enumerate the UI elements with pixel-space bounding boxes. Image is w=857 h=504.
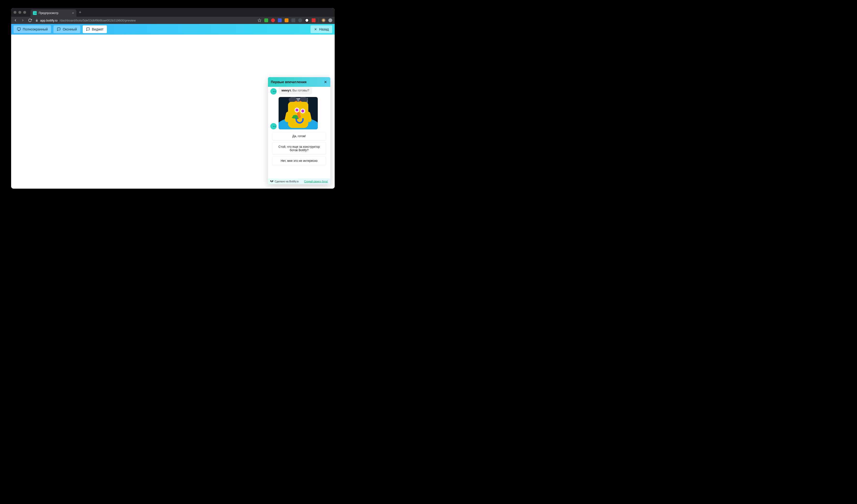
chat-widget: Первые впечатления минут. Вы готовы? (268, 77, 330, 184)
chat-title: Первые впечатления (271, 80, 306, 84)
window-traffic-lights (14, 11, 26, 14)
bot-message-text: минут. Вы готовы? (279, 87, 312, 95)
back-label: Назад (319, 27, 329, 31)
quick-reply-option[interactable]: Стой, что еще за конструктор ботов Botli… (272, 142, 326, 154)
botlify-logo-icon (270, 180, 273, 182)
tab-close-icon[interactable]: × (72, 11, 74, 15)
ext-divider (318, 18, 319, 22)
chat-header: Первые впечатления (268, 77, 330, 87)
app-toolbar: Полноэкранный Оконный Виджет Назад (11, 24, 335, 35)
chat-widget-icon (86, 27, 90, 31)
bot-message-rest: Вы готовы? (292, 88, 309, 92)
ext-icon-8[interactable] (312, 18, 316, 22)
mode-windowed-button[interactable]: Оконный (53, 26, 80, 33)
back-button[interactable]: Назад (310, 26, 332, 33)
chat-window-icon (57, 27, 61, 31)
mode-label: Виджет (92, 27, 103, 31)
footer-made-label: Сделано на Botlify.io (275, 180, 299, 183)
url-path: /dashboard/bots/5de53dbf9b9bae002b319600… (60, 19, 136, 22)
ext-icon-5[interactable] (291, 18, 295, 22)
ext-icon-6[interactable] (298, 18, 302, 22)
svg-marker-0 (258, 19, 261, 22)
svg-rect-1 (17, 28, 20, 30)
tab-title: Предпросмотр (39, 11, 58, 15)
omnibox[interactable]: app.botlify.io/dashboard/bots/5de53dbf9b… (35, 17, 254, 24)
chat-close-icon[interactable] (323, 80, 327, 84)
monitor-icon (17, 27, 21, 31)
footer-create-link[interactable]: Создай своего бота! (304, 180, 328, 183)
lock-icon (35, 19, 38, 22)
browser-extension-icons (257, 18, 332, 22)
mode-fullscreen-button[interactable]: Полноэкранный (14, 26, 51, 33)
close-icon (314, 28, 317, 31)
new-tab-button[interactable]: + (79, 10, 82, 15)
mode-label: Полноэкранный (23, 27, 48, 31)
profile-avatar[interactable] (322, 18, 325, 22)
traffic-min[interactable] (18, 11, 21, 14)
ext-icon-1[interactable] (264, 18, 268, 22)
nav-forward-icon[interactable] (21, 18, 25, 22)
bot-message-image (279, 97, 318, 129)
quick-reply-option[interactable]: Да, готов! (272, 132, 326, 140)
nav-reload-icon[interactable] (28, 18, 32, 22)
mode-widget-button[interactable]: Виджет (83, 26, 107, 33)
url-host: app.botlify.io (40, 19, 57, 22)
chat-quick-replies: Да, готов! Стой, что еще за конструктор … (270, 132, 328, 165)
bot-avatar-icon (270, 123, 276, 129)
preview-canvas: Первые впечатления минут. Вы готовы? (11, 35, 335, 189)
browser-tabstrip: Предпросмотр × + (11, 8, 335, 17)
bot-message-bold: минут. (282, 88, 292, 92)
traffic-max[interactable] (23, 11, 26, 14)
ext-icon-7[interactable] (305, 18, 309, 22)
bot-avatar-icon (270, 88, 276, 95)
quick-reply-option[interactable]: Нет, мне это не интересно (272, 156, 326, 165)
mode-label: Оконный (63, 27, 77, 31)
star-icon[interactable] (257, 18, 262, 22)
chat-footer: Сделано на Botlify.io Создай своего бота… (268, 179, 330, 184)
traffic-close[interactable] (14, 11, 16, 14)
browser-menu-icon[interactable] (329, 18, 332, 22)
ext-icon-2[interactable] (271, 18, 275, 22)
browser-window: Предпросмотр × + app.botlify.io/dashboar… (11, 8, 335, 189)
ext-icon-4[interactable] (285, 18, 288, 22)
chat-body: минут. Вы готовы? (268, 87, 330, 179)
bot-image-row (270, 97, 328, 129)
tab-favicon (33, 11, 37, 15)
browser-address-bar: app.botlify.io/dashboard/bots/5de53dbf9b… (11, 17, 335, 24)
nav-back-icon[interactable] (14, 18, 17, 22)
ext-icon-3[interactable] (278, 18, 282, 22)
bot-message-row: минут. Вы готовы? (270, 88, 328, 95)
browser-tab[interactable]: Предпросмотр × (31, 10, 77, 17)
